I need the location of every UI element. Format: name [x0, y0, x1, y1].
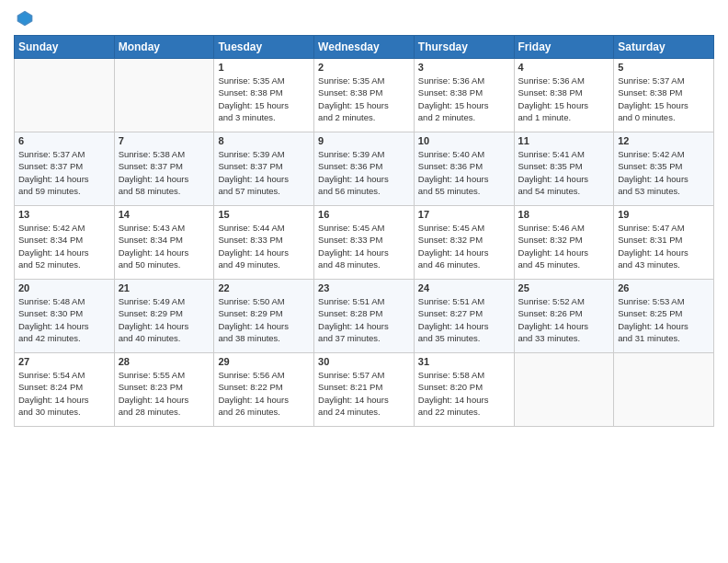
- day-info: Sunrise: 5:35 AM Sunset: 8:38 PM Dayligh…: [318, 75, 410, 123]
- day-cell: 22Sunrise: 5:50 AM Sunset: 8:29 PM Dayli…: [214, 280, 314, 353]
- day-info: Sunrise: 5:54 AM Sunset: 8:24 PM Dayligh…: [18, 369, 110, 418]
- day-number: 1: [218, 62, 310, 73]
- day-cell: 17Sunrise: 5:45 AM Sunset: 8:32 PM Dayli…: [414, 206, 514, 280]
- day-info: Sunrise: 5:42 AM Sunset: 8:34 PM Dayligh…: [18, 222, 110, 270]
- day-cell: 8Sunrise: 5:39 AM Sunset: 8:37 PM Daylig…: [214, 132, 314, 206]
- day-info: Sunrise: 5:36 AM Sunset: 8:38 PM Dayligh…: [418, 75, 510, 123]
- day-info: Sunrise: 5:37 AM Sunset: 8:38 PM Dayligh…: [618, 75, 710, 123]
- day-number: 22: [218, 282, 310, 293]
- day-cell: 2Sunrise: 5:35 AM Sunset: 8:38 PM Daylig…: [314, 59, 415, 132]
- day-number: 29: [218, 356, 310, 367]
- day-number: 2: [318, 62, 410, 73]
- weekday-header-saturday: Saturday: [614, 36, 714, 59]
- day-number: 15: [218, 209, 310, 220]
- day-info: Sunrise: 5:58 AM Sunset: 8:20 PM Dayligh…: [418, 369, 510, 418]
- day-number: 5: [618, 62, 710, 73]
- day-number: 9: [318, 135, 410, 146]
- day-number: 24: [418, 282, 510, 293]
- day-number: 10: [418, 135, 510, 146]
- weekday-header-thursday: Thursday: [414, 36, 514, 59]
- week-row-5: 27Sunrise: 5:54 AM Sunset: 8:24 PM Dayli…: [15, 353, 714, 427]
- day-cell: 13Sunrise: 5:42 AM Sunset: 8:34 PM Dayli…: [15, 206, 115, 280]
- week-row-1: 1Sunrise: 5:35 AM Sunset: 8:38 PM Daylig…: [15, 59, 714, 132]
- day-cell: [15, 59, 115, 132]
- day-cell: 23Sunrise: 5:51 AM Sunset: 8:28 PM Dayli…: [314, 280, 415, 353]
- weekday-header-wednesday: Wednesday: [314, 36, 415, 59]
- logo-icon: [16, 9, 34, 28]
- week-row-2: 6Sunrise: 5:37 AM Sunset: 8:37 PM Daylig…: [15, 132, 714, 206]
- day-number: 31: [418, 356, 510, 367]
- day-info: Sunrise: 5:35 AM Sunset: 8:38 PM Dayligh…: [218, 75, 310, 123]
- day-info: Sunrise: 5:44 AM Sunset: 8:33 PM Dayligh…: [218, 222, 310, 270]
- day-info: Sunrise: 5:40 AM Sunset: 8:36 PM Dayligh…: [418, 148, 510, 197]
- day-number: 3: [418, 62, 510, 73]
- day-number: 6: [18, 135, 110, 146]
- day-number: 8: [218, 135, 310, 146]
- day-number: 14: [119, 209, 210, 220]
- day-info: Sunrise: 5:37 AM Sunset: 8:37 PM Dayligh…: [18, 148, 110, 197]
- weekday-header-tuesday: Tuesday: [214, 36, 314, 59]
- weekday-header-friday: Friday: [514, 36, 614, 59]
- day-number: 16: [318, 209, 410, 220]
- day-cell: 5Sunrise: 5:37 AM Sunset: 8:38 PM Daylig…: [614, 59, 714, 132]
- day-cell: 1Sunrise: 5:35 AM Sunset: 8:38 PM Daylig…: [214, 59, 314, 132]
- weekday-header-sunday: Sunday: [15, 36, 115, 59]
- day-info: Sunrise: 5:45 AM Sunset: 8:32 PM Dayligh…: [418, 222, 510, 270]
- week-row-3: 13Sunrise: 5:42 AM Sunset: 8:34 PM Dayli…: [15, 206, 714, 280]
- day-cell: 31Sunrise: 5:58 AM Sunset: 8:20 PM Dayli…: [414, 353, 514, 427]
- logo: [14, 9, 34, 28]
- day-number: 13: [18, 209, 110, 220]
- weekday-header-monday: Monday: [114, 36, 214, 59]
- day-info: Sunrise: 5:48 AM Sunset: 8:30 PM Dayligh…: [18, 295, 110, 344]
- day-cell: 25Sunrise: 5:52 AM Sunset: 8:26 PM Dayli…: [514, 280, 614, 353]
- day-cell: 21Sunrise: 5:49 AM Sunset: 8:29 PM Dayli…: [114, 280, 214, 353]
- day-info: Sunrise: 5:56 AM Sunset: 8:22 PM Dayligh…: [218, 369, 310, 418]
- day-number: 4: [518, 62, 610, 73]
- day-cell: 10Sunrise: 5:40 AM Sunset: 8:36 PM Dayli…: [414, 132, 514, 206]
- day-cell: 15Sunrise: 5:44 AM Sunset: 8:33 PM Dayli…: [214, 206, 314, 280]
- day-number: 26: [618, 282, 710, 293]
- day-info: Sunrise: 5:42 AM Sunset: 8:35 PM Dayligh…: [618, 148, 710, 197]
- day-cell: 7Sunrise: 5:38 AM Sunset: 8:37 PM Daylig…: [114, 132, 214, 206]
- day-cell: 12Sunrise: 5:42 AM Sunset: 8:35 PM Dayli…: [614, 132, 714, 206]
- day-cell: 6Sunrise: 5:37 AM Sunset: 8:37 PM Daylig…: [15, 132, 115, 206]
- day-number: 11: [518, 135, 610, 146]
- day-cell: 24Sunrise: 5:51 AM Sunset: 8:27 PM Dayli…: [414, 280, 514, 353]
- day-info: Sunrise: 5:39 AM Sunset: 8:36 PM Dayligh…: [318, 148, 410, 197]
- header: [14, 9, 714, 28]
- day-number: 30: [318, 356, 410, 367]
- day-number: 27: [18, 356, 110, 367]
- day-info: Sunrise: 5:57 AM Sunset: 8:21 PM Dayligh…: [318, 369, 410, 418]
- day-cell: 27Sunrise: 5:54 AM Sunset: 8:24 PM Dayli…: [15, 353, 115, 427]
- day-info: Sunrise: 5:36 AM Sunset: 8:38 PM Dayligh…: [518, 75, 610, 123]
- day-number: 25: [518, 282, 610, 293]
- day-number: 12: [618, 135, 710, 146]
- day-info: Sunrise: 5:53 AM Sunset: 8:25 PM Dayligh…: [618, 295, 710, 344]
- day-cell: 3Sunrise: 5:36 AM Sunset: 8:38 PM Daylig…: [414, 59, 514, 132]
- day-info: Sunrise: 5:46 AM Sunset: 8:32 PM Dayligh…: [518, 222, 610, 270]
- day-cell: [614, 353, 714, 427]
- day-info: Sunrise: 5:51 AM Sunset: 8:27 PM Dayligh…: [418, 295, 510, 344]
- day-number: 20: [18, 282, 110, 293]
- week-row-4: 20Sunrise: 5:48 AM Sunset: 8:30 PM Dayli…: [15, 280, 714, 353]
- day-info: Sunrise: 5:51 AM Sunset: 8:28 PM Dayligh…: [318, 295, 410, 344]
- day-cell: 14Sunrise: 5:43 AM Sunset: 8:34 PM Dayli…: [114, 206, 214, 280]
- day-cell: [114, 59, 214, 132]
- day-number: 23: [318, 282, 410, 293]
- day-cell: 28Sunrise: 5:55 AM Sunset: 8:23 PM Dayli…: [114, 353, 214, 427]
- day-cell: 4Sunrise: 5:36 AM Sunset: 8:38 PM Daylig…: [514, 59, 614, 132]
- day-number: 7: [119, 135, 210, 146]
- day-number: 19: [618, 209, 710, 220]
- day-number: 17: [418, 209, 510, 220]
- day-number: 18: [518, 209, 610, 220]
- weekday-header-row: SundayMondayTuesdayWednesdayThursdayFrid…: [15, 36, 714, 59]
- calendar: SundayMondayTuesdayWednesdayThursdayFrid…: [14, 35, 714, 427]
- day-cell: 29Sunrise: 5:56 AM Sunset: 8:22 PM Dayli…: [214, 353, 314, 427]
- day-cell: 19Sunrise: 5:47 AM Sunset: 8:31 PM Dayli…: [614, 206, 714, 280]
- day-cell: 26Sunrise: 5:53 AM Sunset: 8:25 PM Dayli…: [614, 280, 714, 353]
- day-cell: 11Sunrise: 5:41 AM Sunset: 8:35 PM Dayli…: [514, 132, 614, 206]
- day-info: Sunrise: 5:39 AM Sunset: 8:37 PM Dayligh…: [218, 148, 310, 197]
- day-number: 28: [119, 356, 210, 367]
- day-number: 21: [119, 282, 210, 293]
- day-info: Sunrise: 5:52 AM Sunset: 8:26 PM Dayligh…: [518, 295, 610, 344]
